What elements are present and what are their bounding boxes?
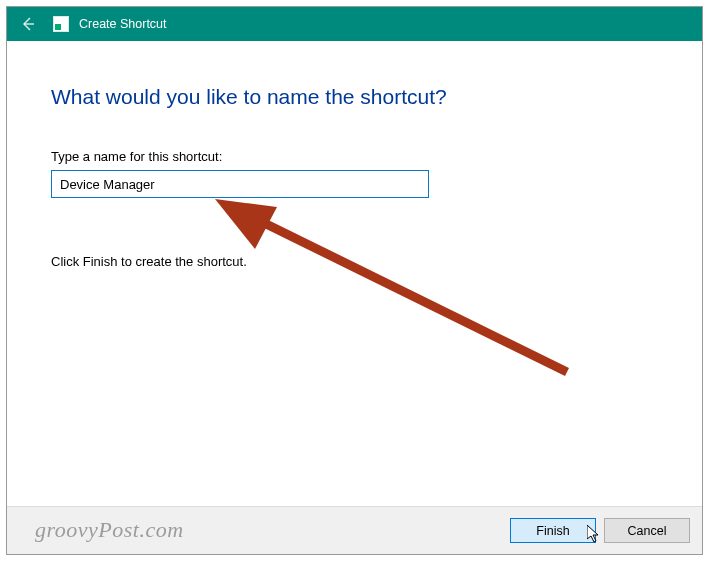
watermark-text: groovyPost.com [35,517,184,543]
wizard-content: What would you like to name the shortcut… [7,41,702,279]
instruction-text: Click Finish to create the shortcut. [51,254,658,269]
wizard-window: Create Shortcut What would you like to n… [6,6,703,555]
shortcut-name-input[interactable] [51,170,429,198]
window-title: Create Shortcut [79,17,167,31]
page-heading: What would you like to name the shortcut… [51,85,658,109]
wizard-footer: groovyPost.com Finish Cancel [7,506,702,554]
shortcut-icon [53,16,69,32]
titlebar: Create Shortcut [7,7,702,41]
name-label: Type a name for this shortcut: [51,149,658,164]
finish-button[interactable]: Finish [510,518,596,543]
cancel-button[interactable]: Cancel [604,518,690,543]
back-arrow-icon[interactable] [17,13,39,35]
